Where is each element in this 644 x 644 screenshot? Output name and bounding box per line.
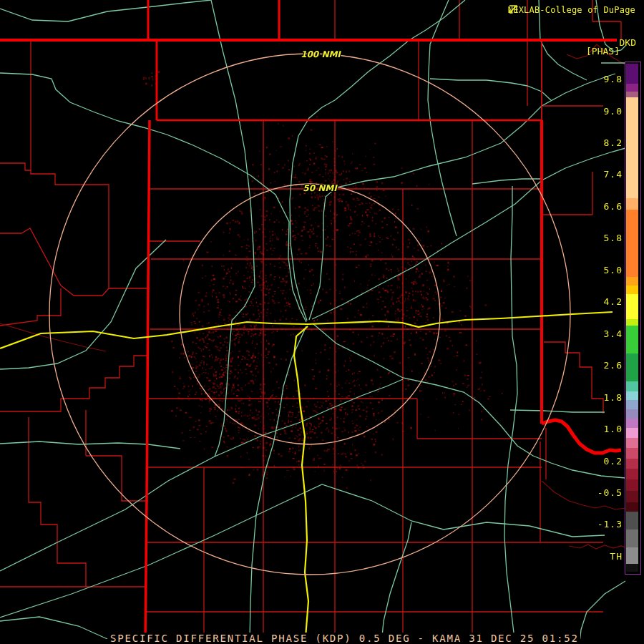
color-scale-segment bbox=[626, 491, 638, 502]
product-code-label: DKD bbox=[620, 37, 636, 48]
radar-viewer: NEXLAB-College of DuPage DKD [PHAS] 9.89… bbox=[0, 0, 644, 644]
color-scale-tick-label: 1.8 bbox=[604, 392, 623, 403]
color-scale-segment bbox=[626, 381, 638, 391]
color-scale-segment bbox=[626, 97, 638, 198]
color-scale-tick-label: 4.2 bbox=[604, 296, 623, 307]
range-ring-label-100nmi: 100 NMI bbox=[301, 49, 341, 59]
color-scale-segment bbox=[626, 469, 638, 479]
color-scale-tick-label: TH bbox=[610, 551, 623, 562]
color-scale-segment bbox=[626, 64, 638, 84]
color-scale-tick-label: -0.5 bbox=[597, 487, 623, 498]
site-header: NEXLAB-College of DuPage bbox=[508, 5, 635, 15]
color-scale-bar bbox=[625, 62, 641, 575]
color-scale-tick-label: 6.6 bbox=[604, 201, 623, 212]
page-title[interactable]: NEXLAB-College of DuPage bbox=[508, 5, 635, 15]
color-scale-segment bbox=[626, 419, 638, 428]
color-scale-segment bbox=[626, 326, 638, 353]
color-scale-tick-label: 2.6 bbox=[604, 360, 623, 371]
color-scale-segment bbox=[626, 428, 638, 438]
color-scale-tick-label: 3.4 bbox=[604, 328, 623, 339]
color-scale-segment bbox=[626, 277, 638, 286]
color-scale-segment bbox=[626, 409, 638, 419]
map-layer bbox=[0, 0, 644, 644]
state-border-lines bbox=[0, 0, 621, 639]
status-caption: SPECIFIC DIFFERENTIAL PHASE (KDP) 0.5 DE… bbox=[109, 633, 580, 644]
color-scale-segment bbox=[626, 512, 638, 530]
color-scale-segment bbox=[626, 400, 638, 409]
color-scale-segment bbox=[626, 459, 638, 469]
color-scale-segment bbox=[626, 448, 638, 459]
color-scale-segment bbox=[626, 210, 638, 277]
color-scale-segment bbox=[626, 479, 638, 491]
county-lines bbox=[0, 0, 621, 639]
color-scale-segment bbox=[626, 353, 638, 381]
color-scale-segment bbox=[626, 319, 638, 326]
color-scale-segment bbox=[626, 438, 638, 448]
color-scale-segment bbox=[626, 286, 638, 294]
color-scale-segment bbox=[626, 294, 638, 319]
color-scale-segment bbox=[626, 564, 638, 572]
color-scale-tick-label: 8.2 bbox=[604, 137, 623, 148]
range-rings bbox=[49, 54, 570, 575]
color-scale-tick-label: 5.8 bbox=[604, 233, 623, 243]
color-scale-tick-label: 0.2 bbox=[604, 456, 623, 467]
color-scale-tick-label: 7.4 bbox=[604, 169, 623, 180]
color-scale-tick-label: 5.0 bbox=[604, 265, 623, 275]
color-scale-segment bbox=[626, 502, 638, 512]
color-scale-segment bbox=[626, 530, 638, 547]
corner-arrow-icon bbox=[508, 5, 517, 14]
range-ring-label-50nmi: 50 NMI bbox=[303, 183, 336, 193]
color-scale-segment bbox=[626, 391, 638, 400]
color-scale-tick-label: 1.0 bbox=[604, 424, 623, 434]
color-scale-segment bbox=[626, 547, 638, 564]
color-scale-tick-label: 9.0 bbox=[604, 106, 623, 117]
product-units-label: [PHAS] bbox=[586, 46, 620, 57]
color-scale-tick-label: 9.8 bbox=[604, 74, 623, 84]
color-scale-segment bbox=[626, 92, 638, 97]
highway-lines bbox=[0, 0, 625, 644]
color-scale-segment bbox=[626, 198, 638, 210]
color-scale-tick-label: -1.3 bbox=[597, 519, 623, 530]
interstate-lines bbox=[0, 312, 613, 637]
color-scale-segment bbox=[626, 84, 638, 92]
